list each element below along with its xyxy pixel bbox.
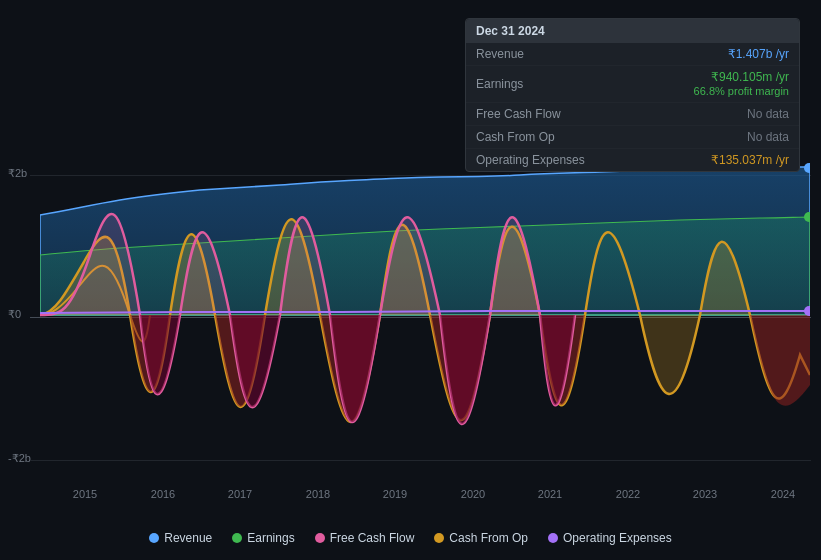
tooltip-value-opex: ₹135.037m /yr	[711, 153, 789, 167]
legend-dot-earnings	[232, 533, 242, 543]
legend-item-fcf[interactable]: Free Cash Flow	[315, 531, 415, 545]
x-label-2016: 2016	[151, 488, 175, 500]
chart-container: Dec 31 2024 Revenue ₹1.407b /yr Earnings…	[0, 0, 821, 560]
tooltip-label-revenue: Revenue	[476, 47, 576, 61]
y-label-neg2b: -₹2b	[8, 452, 31, 465]
x-label-2020: 2020	[461, 488, 485, 500]
tooltip-label-fcf: Free Cash Flow	[476, 107, 576, 121]
legend-label-revenue: Revenue	[164, 531, 212, 545]
tooltip-value-fcf: No data	[747, 107, 789, 121]
legend-label-cashfromop: Cash From Op	[449, 531, 528, 545]
tooltip-row-cashfromop: Cash From Op No data	[466, 126, 799, 149]
legend-dot-fcf	[315, 533, 325, 543]
tooltip-value-cashfromop: No data	[747, 130, 789, 144]
legend-item-revenue[interactable]: Revenue	[149, 531, 212, 545]
legend-item-opex[interactable]: Operating Expenses	[548, 531, 672, 545]
tooltip-row-revenue: Revenue ₹1.407b /yr	[466, 43, 799, 66]
legend-item-cashfromop[interactable]: Cash From Op	[434, 531, 528, 545]
y-label-0: ₹0	[8, 308, 21, 321]
legend-label-fcf: Free Cash Flow	[330, 531, 415, 545]
tooltip-row-opex: Operating Expenses ₹135.037m /yr	[466, 149, 799, 171]
x-label-2021: 2021	[538, 488, 562, 500]
chart-svg	[40, 155, 810, 475]
fcf-neg-fill	[140, 315, 575, 424]
x-label-2023: 2023	[693, 488, 717, 500]
x-label-2015: 2015	[73, 488, 97, 500]
legend-dot-opex	[548, 533, 558, 543]
legend-dot-revenue	[149, 533, 159, 543]
legend-dot-cashfromop	[434, 533, 444, 543]
profit-margin: 66.8% profit margin	[694, 85, 789, 97]
tooltip-label-opex: Operating Expenses	[476, 153, 585, 167]
legend-label-opex: Operating Expenses	[563, 531, 672, 545]
legend-item-earnings[interactable]: Earnings	[232, 531, 294, 545]
y-label-2b: ₹2b	[8, 167, 27, 180]
x-label-2019: 2019	[383, 488, 407, 500]
tooltip-row-fcf: Free Cash Flow No data	[466, 103, 799, 126]
x-label-2024: 2024	[771, 488, 795, 500]
tooltip-row-earnings: Earnings ₹940.105m /yr 66.8% profit marg…	[466, 66, 799, 103]
tooltip-box: Dec 31 2024 Revenue ₹1.407b /yr Earnings…	[465, 18, 800, 172]
legend-label-earnings: Earnings	[247, 531, 294, 545]
tooltip-value-revenue: ₹1.407b /yr	[728, 47, 789, 61]
x-label-2018: 2018	[306, 488, 330, 500]
legend: Revenue Earnings Free Cash Flow Cash Fro…	[0, 531, 821, 545]
tooltip-value-earnings: ₹940.105m /yr 66.8% profit margin	[694, 70, 789, 98]
x-label-2022: 2022	[616, 488, 640, 500]
tooltip-label-earnings: Earnings	[476, 77, 576, 91]
x-label-2017: 2017	[228, 488, 252, 500]
tooltip-label-cashfromop: Cash From Op	[476, 130, 576, 144]
tooltip-date: Dec 31 2024	[466, 19, 799, 43]
